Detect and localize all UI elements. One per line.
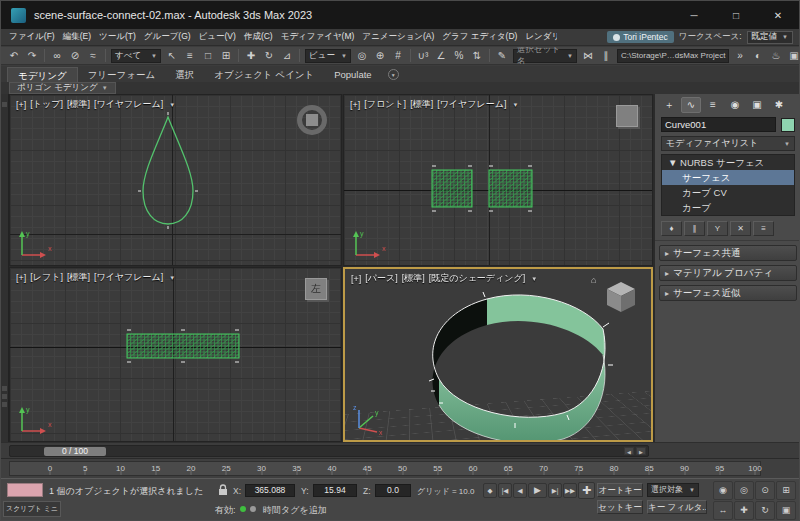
set-keys-button[interactable]: ✚ <box>578 482 595 499</box>
key-mode-toggle[interactable]: ◆ <box>483 483 497 498</box>
redo-icon[interactable]: ↷ <box>23 48 41 64</box>
layout-tab-marker[interactable] <box>2 102 7 107</box>
material-editor-icon[interactable]: ◐ <box>749 48 767 64</box>
auto-key-button[interactable]: オートキー <box>597 483 643 497</box>
go-to-start-button[interactable]: |◀ <box>498 483 512 498</box>
viewcube[interactable]: ⌂ <box>603 277 639 319</box>
object-color-swatch[interactable] <box>781 118 795 132</box>
menu-item-1[interactable]: 編集(E) <box>59 31 95 43</box>
snaps-toggle-icon[interactable]: ∪³ <box>414 48 432 64</box>
x-coordinate-field[interactable]: 365.088 <box>245 484 295 497</box>
viewport-left-label-2[interactable]: [標準] <box>67 271 90 284</box>
stack-item-3[interactable]: カーブ <box>662 200 794 215</box>
close-button[interactable]: ✕ <box>757 1 799 29</box>
viewcube-face[interactable] <box>616 105 638 127</box>
viewport-left[interactable]: [+][レフト][標準][ワイヤフレーム]▼ 左 xy <box>9 267 342 442</box>
menu-item-4[interactable]: ビュー(V) <box>195 31 240 43</box>
ribbon-minimize-icon[interactable]: ▼ <box>388 69 399 80</box>
angle-snap-icon[interactable]: ∠ <box>432 48 450 64</box>
field-of-view-icon[interactable]: ↔ <box>713 501 733 520</box>
viewport-front-label-1[interactable]: [フロント] <box>364 98 406 111</box>
viewport-front-label-0[interactable]: [+] <box>350 100 360 110</box>
stack-item-1[interactable]: サーフェス <box>662 170 794 185</box>
viewport-front-filter-icon[interactable]: ▼ <box>512 102 518 108</box>
select-and-link-icon[interactable]: ∞ <box>48 48 66 64</box>
viewport-front-label-3[interactable]: [ワイヤフレーム] <box>437 98 506 111</box>
menu-item-5[interactable]: 作成(C) <box>240 31 277 43</box>
viewcube[interactable] <box>616 105 638 127</box>
ribbon-tab-1[interactable]: フリーフォーム <box>78 67 166 82</box>
display-tab[interactable]: ▣ <box>747 97 767 113</box>
viewport-perspective-label-3[interactable]: [既定のシェーディング] <box>429 272 525 285</box>
ribbon-tab-3[interactable]: オブジェクト ペイント <box>204 67 324 82</box>
modifier-list-dropdown[interactable]: モディファイヤリスト ▼ <box>661 136 795 151</box>
key-filters-button[interactable]: キー フィルタ... <box>647 500 707 514</box>
zoom-extents-icon[interactable]: ⊙ <box>755 481 775 500</box>
set-key-button[interactable]: セットキー <box>597 500 643 514</box>
viewport-top[interactable]: [+][トップ][標準][ワイヤフレーム]▼ xy <box>9 94 342 266</box>
viewport-perspective-label-1[interactable]: [パース] <box>365 272 397 285</box>
z-coordinate-field[interactable]: 0.0 <box>375 484 411 497</box>
selection-lock-icon[interactable] <box>217 483 229 496</box>
select-and-scale-icon[interactable]: ⊿ <box>278 48 296 64</box>
utilities-tab[interactable]: ✱ <box>769 97 789 113</box>
zoom-all-icon[interactable]: ◎ <box>734 481 754 500</box>
make-unique-button[interactable]: Y <box>707 221 728 236</box>
viewcube-face[interactable]: 左 <box>305 278 327 300</box>
mirror-icon[interactable]: ⋈ <box>579 48 597 64</box>
maxscript-mini-listener[interactable]: スクリプト ミニ リス <box>3 501 61 517</box>
edit-named-selections-icon[interactable]: ✎ <box>493 48 511 64</box>
select-by-name-icon[interactable]: ≡ <box>181 48 199 64</box>
create-tab[interactable]: ＋ <box>659 97 679 113</box>
layout-tab-marker[interactable] <box>2 402 7 407</box>
use-pivot-center-icon[interactable]: ◎ <box>353 48 371 64</box>
menu-item-6[interactable]: モディファイヤ(M) <box>277 31 359 43</box>
modify-tab[interactable]: ∿ <box>681 97 701 113</box>
macro-recorder-pane[interactable] <box>7 483 43 497</box>
ribbon-tab-0[interactable]: モデリング <box>7 67 78 82</box>
time-slider-track[interactable]: 0 / 100 ◀ ▶ <box>9 445 649 457</box>
select-object-icon[interactable]: ↖ <box>163 48 181 64</box>
viewport-top-filter-icon[interactable]: ▼ <box>169 102 175 108</box>
play-button[interactable]: ▶ <box>528 483 547 498</box>
add-time-tag[interactable]: 時間タグを追加 <box>263 504 327 517</box>
minimize-button[interactable]: ─ <box>673 1 715 29</box>
polygon-modeling-tab[interactable]: ポリゴン モデリング ▼ <box>9 82 116 94</box>
pin-stack-button[interactable]: ♦ <box>661 221 682 236</box>
motion-tab[interactable]: ◉ <box>725 97 745 113</box>
3dsmax-app-icon[interactable] <box>11 8 26 23</box>
window-crossing-icon[interactable]: ⊞ <box>217 48 235 64</box>
select-and-manipulate-icon[interactable]: ⊕ <box>371 48 389 64</box>
viewcube-face[interactable] <box>306 114 318 126</box>
viewport-top-label-2[interactable]: [標準] <box>67 98 90 111</box>
viewport-left-label-1[interactable]: [レフト] <box>30 271 63 284</box>
align-icon[interactable]: ∥ <box>597 48 615 64</box>
undo-icon[interactable]: ↶ <box>5 48 23 64</box>
viewport-perspective-label-0[interactable]: [+] <box>351 274 361 284</box>
layout-tab-marker[interactable] <box>2 394 7 399</box>
viewport-layout-tabs[interactable] <box>1 94 9 442</box>
previous-frame-button[interactable]: ◀ <box>513 483 527 498</box>
unlink-selection-icon[interactable]: ⊘ <box>66 48 84 64</box>
hierarchy-tab[interactable]: ≡ <box>703 97 723 113</box>
maximize-button[interactable]: □ <box>715 1 757 29</box>
nurbs-surface-left-view[interactable] <box>10 268 342 442</box>
menu-item-8[interactable]: グラフ エディタ(D) <box>438 31 521 43</box>
viewcube[interactable]: 左 <box>305 278 327 300</box>
spinner-snap-icon[interactable]: ⇅ <box>468 48 486 64</box>
key-selection-dropdown[interactable]: 選択対象 ▼ <box>647 483 699 497</box>
stack-item-0[interactable]: ▼ NURBS サーフェス <box>662 155 794 170</box>
rollout-0[interactable]: ▸サーフェス共通 <box>659 245 797 261</box>
percent-snap-icon[interactable]: % <box>450 48 468 64</box>
menu-item-7[interactable]: アニメーション(A) <box>358 31 438 43</box>
bind-to-space-warp-icon[interactable]: ≈ <box>84 48 102 64</box>
menu-item-2[interactable]: ツール(T) <box>95 31 140 43</box>
show-end-result-button[interactable]: ∥ <box>684 221 705 236</box>
next-frame-button[interactable]: ▶| <box>548 483 562 498</box>
previous-frame-stepper[interactable]: ◀ <box>624 447 634 455</box>
viewcube-home-icon[interactable]: ⌂ <box>591 275 596 285</box>
user-account-button[interactable]: Tori iPentec <box>607 31 673 43</box>
viewport-perspective[interactable]: [+][パース][標準][既定のシェーディング]▼ ⌂ x y z <box>343 267 653 442</box>
render-setup-icon[interactable]: ♨ <box>767 48 785 64</box>
viewport-top-label-3[interactable]: [ワイヤフレーム] <box>94 98 163 111</box>
